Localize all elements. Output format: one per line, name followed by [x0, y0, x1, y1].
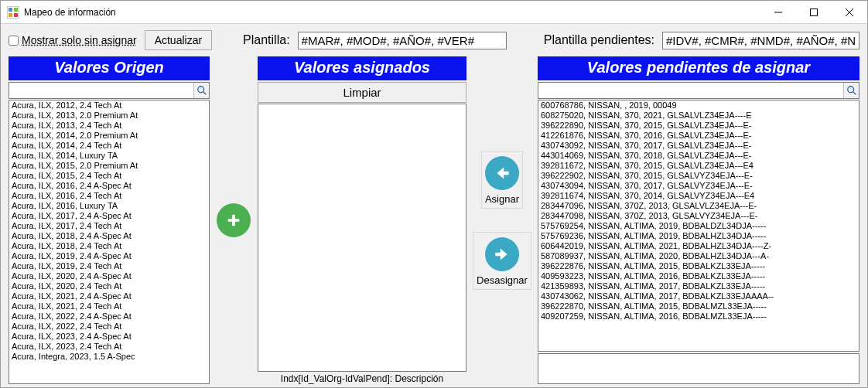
- asignados-header: Valores asignados: [258, 56, 466, 80]
- pendientes-search-input[interactable]: [538, 83, 843, 98]
- titlebar: Mapeo de información: [1, 1, 867, 24]
- list-item[interactable]: Acura, ILX, 2019, 2.4 A-Spec At: [9, 251, 209, 261]
- desasignar-label: Desasignar: [477, 274, 528, 286]
- list-item[interactable]: 392811674, NISSAN, 370, 2014, GLSALVYZ34…: [538, 191, 859, 201]
- show-unassigned-checkbox[interactable]: [9, 36, 19, 46]
- add-button[interactable]: [217, 203, 251, 237]
- list-item[interactable]: 608275020, NISSAN, 370, 2021, GLSALVLZ34…: [538, 111, 859, 121]
- list-item[interactable]: 430743062, NISSAN, ALTIMA, 2017, BDBALKZ…: [538, 291, 859, 301]
- list-item[interactable]: 587089937, NISSAN, ALTIMA, 2020, BDBALHZ…: [538, 251, 859, 261]
- svg-rect-4: [14, 13, 18, 17]
- svg-rect-1: [9, 8, 12, 12]
- asignar-label: Asignar: [485, 193, 519, 205]
- origen-search-icon[interactable]: [193, 83, 209, 98]
- pendientes-search-icon[interactable]: [843, 83, 859, 98]
- list-item[interactable]: Acura, ILX, 2013, 2.4 Tech At: [9, 121, 209, 131]
- origen-header: Valores Origen: [9, 56, 210, 80]
- list-item[interactable]: 409207259, NISSAN, ALTIMA, 2016, BDBALMZ…: [538, 311, 859, 322]
- list-item[interactable]: 396222876, NISSAN, ALTIMA, 2015, BDBALKZ…: [538, 261, 859, 271]
- list-item[interactable]: Acura, ILX, 2021, 2.4 Tech At: [9, 301, 209, 311]
- list-item[interactable]: Acura, ILX, 2023, 2.4 Tech At: [9, 342, 209, 352]
- list-item[interactable]: 283447098, NISSAN, 370Z, 2013, GLSALVYZ3…: [538, 211, 859, 221]
- desasignar-arrow-icon: [485, 237, 519, 271]
- origen-search-input[interactable]: [9, 83, 193, 98]
- list-item[interactable]: Acura, ILX, 2022, 2.4 A-Spec At: [9, 311, 209, 322]
- list-item[interactable]: Acura, ILX, 2018, 2.4 A-Spec At: [9, 231, 209, 241]
- svg-line-10: [203, 92, 206, 95]
- list-item[interactable]: 443014069, NISSAN, 370, 2018, GLSALVLZ34…: [538, 151, 859, 161]
- list-item[interactable]: 575769254, NISSAN, ALTIMA, 2019, BDBALDZ…: [538, 221, 859, 231]
- svg-line-14: [853, 92, 856, 95]
- list-item[interactable]: 606442019, NISSAN, ALTIMA, 2021, BDBALHZ…: [538, 241, 859, 251]
- list-item[interactable]: 575769236, NISSAN, ALTIMA, 2019, BDBALHZ…: [538, 231, 859, 241]
- plantilla-input[interactable]: [298, 32, 507, 49]
- list-item[interactable]: Acura, ILX, 2013, 2.0 Premium At: [9, 111, 209, 121]
- list-item[interactable]: 421359893, NISSAN, ALTIMA, 2017, BDBALKZ…: [538, 281, 859, 291]
- plantilla-pendientes-input[interactable]: [662, 32, 859, 49]
- window-title: Mapeo de información: [24, 7, 760, 18]
- list-item[interactable]: 392811672, NISSAN, 370, 2015, GLSALVLZ34…: [538, 161, 859, 171]
- actualizar-button[interactable]: Actualizar: [145, 30, 212, 50]
- list-item[interactable]: Acura, ILX, 2017, 2.4 Tech At: [9, 221, 209, 231]
- list-item[interactable]: Acura, ILX, 2015, 2.4 Tech At: [9, 171, 209, 181]
- plantilla-pendientes-label: Plantilla pendientes:: [544, 33, 654, 47]
- close-button[interactable]: [832, 1, 867, 23]
- origen-listbox[interactable]: Acura, ILX, 2012, 2.4 Tech AtAcura, ILX,…: [9, 100, 210, 384]
- app-icon: [7, 6, 19, 19]
- list-item[interactable]: 430743094, NISSAN, 370, 2017, GLSALVYZ34…: [538, 181, 859, 191]
- minimize-button[interactable]: [760, 1, 796, 23]
- list-item[interactable]: Acura, ILX, 2018, 2.4 Tech At: [9, 241, 209, 251]
- list-item[interactable]: Acura, ILX, 2017, 2.4 A-Spec At: [9, 211, 209, 221]
- asignar-arrow-icon: [485, 156, 519, 190]
- svg-rect-3: [9, 13, 12, 17]
- limpiar-button[interactable]: Limpiar: [258, 82, 466, 103]
- list-item[interactable]: Acura, ILX, 2016, 2.4 A-Spec At: [9, 181, 209, 191]
- list-item[interactable]: Acura, ILX, 2021, 2.4 A-Spec At: [9, 291, 209, 301]
- list-item[interactable]: Acura, ILX, 2016, Luxury TA: [9, 201, 209, 211]
- list-item[interactable]: Acura, ILX, 2020, 2.4 A-Spec At: [9, 271, 209, 281]
- svg-rect-12: [228, 219, 240, 222]
- list-item[interactable]: 396222890, NISSAN, 370, 2015, GLSALVLZ34…: [538, 121, 859, 131]
- desasignar-group[interactable]: Desasignar: [473, 232, 531, 290]
- list-item[interactable]: 412261876, NISSAN, 370, 2016, GLSALVLZ34…: [538, 131, 859, 141]
- asignados-footer-label: Indx[Id_ValOrg-IdValPend]: Descripción: [258, 372, 466, 384]
- list-item[interactable]: Acura, ILX, 2014, Luxury TA: [9, 151, 209, 161]
- svg-point-13: [847, 87, 853, 93]
- list-item[interactable]: Acura, ILX, 2019, 2.4 Tech At: [9, 261, 209, 271]
- list-item[interactable]: 409593223, NISSAN, ALTIMA, 2016, BDBALKZ…: [538, 271, 859, 281]
- asignar-group[interactable]: Asignar: [481, 151, 523, 209]
- list-item[interactable]: 600768786, NISSAN, , 2019, 00049: [538, 100, 859, 111]
- list-item[interactable]: Acura, ILX, 2015, 2.0 Premium At: [9, 161, 209, 171]
- list-item[interactable]: Acura, ILX, 2014, 2.4 Tech At: [9, 141, 209, 151]
- svg-rect-2: [14, 8, 18, 12]
- list-item[interactable]: Acura, Integra, 2023, 1.5 A-Spec: [9, 352, 209, 362]
- list-item[interactable]: Acura, ILX, 2014, 2.0 Premium At: [9, 131, 209, 141]
- plantilla-label: Plantilla:: [243, 33, 289, 47]
- svg-rect-6: [811, 9, 818, 15]
- list-item[interactable]: Acura, ILX, 2020, 2.4 Tech At: [9, 281, 209, 291]
- list-item[interactable]: Acura, ILX, 2016, 2.4 Tech At: [9, 191, 209, 201]
- show-unassigned-label[interactable]: Mostrar solo sin asignar: [22, 34, 137, 46]
- pendientes-detail-box[interactable]: [538, 353, 859, 384]
- list-item[interactable]: 396222870, NISSAN, ALTIMA, 2015, BDBALMZ…: [538, 301, 859, 311]
- pendientes-header: Valores pendientes de asignar: [538, 56, 859, 80]
- pendientes-listbox[interactable]: 600768786, NISSAN, , 2019, 0004960827502…: [538, 100, 859, 352]
- list-item[interactable]: Acura, ILX, 2012, 2.4 Tech At: [9, 100, 209, 111]
- maximize-button[interactable]: [796, 1, 832, 23]
- list-item[interactable]: 430743092, NISSAN, 370, 2017, GLSALVLZ34…: [538, 141, 859, 151]
- svg-point-9: [197, 87, 203, 93]
- list-item[interactable]: 396222902, NISSAN, 370, 2015, GLSALVYZ34…: [538, 171, 859, 181]
- list-item[interactable]: Acura, ILX, 2023, 2.4 A-Spec At: [9, 332, 209, 342]
- asignados-listbox[interactable]: [258, 104, 466, 372]
- list-item[interactable]: 283447096, NISSAN, 370Z, 2013, GLSALVLZ3…: [538, 201, 859, 211]
- list-item[interactable]: Acura, ILX, 2022, 2.4 Tech At: [9, 322, 209, 332]
